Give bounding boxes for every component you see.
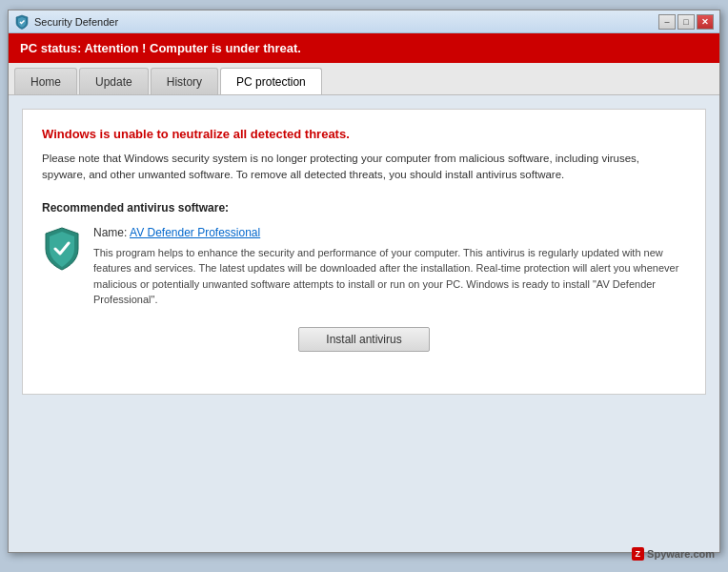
- watermark: Z Spyware.com: [632, 547, 715, 561]
- software-name-line: Name: AV Defender Professional: [93, 226, 686, 239]
- alert-body: Please note that Windows security system…: [42, 151, 686, 184]
- status-bar: PC status: Attention ! Computer is under…: [9, 33, 719, 63]
- title-bar-left: Security Defender: [14, 14, 118, 30]
- tab-home[interactable]: Home: [14, 68, 77, 94]
- restore-button[interactable]: □: [677, 14, 695, 30]
- window-controls: – □ ✕: [658, 14, 714, 30]
- close-button[interactable]: ✕: [697, 14, 714, 30]
- tabs-bar: Home Update History PC protection: [9, 63, 719, 95]
- watermark-badge: Z: [632, 547, 645, 561]
- software-name-link[interactable]: AV Defender Professional: [130, 226, 260, 239]
- main-window: Security Defender – □ ✕ PC status: Atten…: [8, 10, 720, 553]
- software-details: Name: AV Defender Professional This prog…: [93, 226, 686, 308]
- tab-pc-protection[interactable]: PC protection: [220, 68, 322, 94]
- minimize-button[interactable]: –: [658, 14, 676, 30]
- main-panel: Windows is unable to neutralize all dete…: [22, 109, 706, 395]
- title-bar: Security Defender – □ ✕: [9, 10, 719, 33]
- window-title: Security Defender: [34, 16, 118, 28]
- software-description: This program helps to enhance the securi…: [93, 245, 686, 308]
- shield-software-icon: [42, 226, 82, 272]
- install-button-area: Install antivirus: [42, 327, 686, 352]
- recommended-title: Recommended antivirus software:: [42, 201, 686, 214]
- watermark-text: Spyware.com: [647, 548, 715, 560]
- content-area: Windows is unable to neutralize all dete…: [9, 95, 719, 552]
- alert-heading: Windows is unable to neutralize all dete…: [42, 127, 686, 141]
- app-icon: [14, 14, 30, 30]
- tab-history[interactable]: History: [151, 68, 218, 94]
- install-antivirus-button[interactable]: Install antivirus: [298, 327, 429, 352]
- tab-update[interactable]: Update: [79, 68, 149, 94]
- status-text: PC status: Attention ! Computer is under…: [20, 41, 301, 55]
- software-item: Name: AV Defender Professional This prog…: [42, 226, 686, 308]
